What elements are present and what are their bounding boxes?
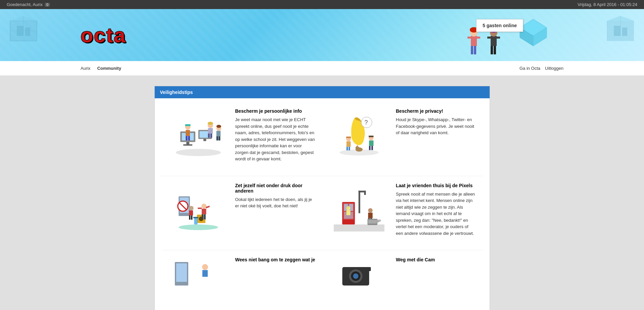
svg-rect-101 bbox=[368, 213, 372, 218]
svg-rect-52 bbox=[216, 136, 218, 141]
svg-rect-8 bbox=[471, 36, 477, 46]
tip3-illustration bbox=[168, 188, 229, 231]
tip1-title: Bescherm je persoonlijke info bbox=[235, 108, 315, 114]
nav-left: Aurix Community bbox=[81, 66, 121, 71]
tip3-image bbox=[161, 179, 235, 240]
svg-rect-79 bbox=[198, 207, 202, 209]
tips-row-1: Bescherm je persoonlijke info Je weet ma… bbox=[161, 105, 483, 166]
tip5-illustration bbox=[329, 254, 389, 297]
tip1-illustration bbox=[168, 113, 229, 157]
tip1-body: Je weet maar nooit met wie je ECHT spree… bbox=[235, 116, 315, 162]
svg-rect-112 bbox=[202, 270, 208, 277]
tip2-image: ? bbox=[322, 105, 396, 166]
nav-ga-in-octa[interactable]: Ga in Octa bbox=[519, 66, 540, 71]
tip-col-left-1: Bescherm je persoonlijke info Je weet ma… bbox=[161, 105, 322, 166]
tip3-body: Ookal lijkt iedereen het te doen, als ji… bbox=[235, 196, 315, 209]
svg-rect-12 bbox=[474, 46, 476, 54]
svg-point-50 bbox=[216, 125, 221, 128]
tip3-text: Zet jezelf niet onder druk door anderen … bbox=[235, 179, 322, 240]
tip2-text: Bescherm je privacy! Houd je Skype-, Wha… bbox=[396, 105, 483, 166]
navigation-bar: Aurix Community Ga in Octa Uitloggen bbox=[0, 61, 644, 76]
svg-rect-78 bbox=[202, 209, 206, 214]
tip2-illustration: ? bbox=[329, 113, 389, 157]
svg-rect-13 bbox=[467, 37, 471, 39]
guests-online-badge: 5 gasten online bbox=[476, 19, 523, 32]
tip1-image bbox=[161, 105, 235, 166]
tip4-text: Laat je vrienden thuis bij de Pixels Spr… bbox=[396, 179, 483, 240]
tip-col-left-2: Zet jezelf niet onder druk door anderen … bbox=[161, 179, 322, 240]
row-divider-2 bbox=[161, 250, 483, 250]
right-decoration bbox=[574, 14, 641, 61]
svg-rect-108 bbox=[334, 224, 384, 231]
svg-rect-86 bbox=[191, 215, 192, 220]
tip5-title: Weg met die Cam bbox=[396, 257, 476, 262]
tip-col-right-3: Weg met die Cam bbox=[322, 254, 483, 297]
svg-marker-69 bbox=[356, 145, 358, 146]
svg-rect-91 bbox=[364, 191, 366, 195]
nav-aurix[interactable]: Aurix bbox=[81, 66, 91, 71]
section-header: Veiligheidstips bbox=[155, 86, 490, 98]
svg-rect-51 bbox=[216, 131, 220, 136]
tip6-image bbox=[161, 254, 235, 297]
svg-rect-11 bbox=[471, 46, 473, 54]
tip-col-right-2: ? bbox=[322, 179, 483, 240]
svg-rect-65 bbox=[369, 146, 370, 150]
svg-rect-81 bbox=[202, 214, 203, 219]
tips-row-3: Wees niet bang om te zeggen wat je bbox=[161, 254, 483, 297]
svg-rect-27 bbox=[614, 26, 621, 36]
content-box: Veiligheidstips bbox=[154, 86, 490, 310]
tip2-body: Houd je Skype-, Whatsapp-, Twitter- en F… bbox=[396, 116, 476, 136]
tip2-title: Bescherm je privacy! bbox=[396, 108, 476, 114]
svg-rect-18 bbox=[491, 46, 493, 54]
notification-badge[interactable]: 0 bbox=[45, 3, 50, 7]
tip4-image: ? bbox=[322, 179, 396, 240]
svg-rect-61 bbox=[348, 147, 350, 151]
svg-rect-34 bbox=[186, 142, 189, 144]
svg-rect-85 bbox=[189, 215, 190, 220]
svg-rect-19 bbox=[494, 46, 496, 54]
tips-row-2: Zet jezelf niet onder druk door anderen … bbox=[161, 179, 483, 240]
svg-text:?: ? bbox=[347, 207, 348, 210]
topbar-datetime: Vrijdag, 8 April 2016 - 01:05:24 bbox=[578, 2, 637, 7]
svg-rect-117 bbox=[362, 267, 371, 271]
svg-point-31 bbox=[176, 149, 220, 156]
svg-rect-110 bbox=[176, 263, 187, 282]
site-logo[interactable]: octa bbox=[81, 23, 126, 47]
svg-rect-98 bbox=[346, 210, 350, 215]
svg-text:?: ? bbox=[364, 119, 368, 126]
svg-point-70 bbox=[179, 224, 218, 230]
svg-rect-82 bbox=[204, 214, 205, 219]
tip6-title: Wees niet bang om te zeggen wat je bbox=[235, 257, 315, 262]
svg-rect-20 bbox=[487, 37, 491, 39]
svg-point-77 bbox=[201, 204, 206, 209]
tip6-illustration bbox=[168, 254, 229, 297]
svg-rect-60 bbox=[346, 147, 348, 151]
tip4-body: Spreek nooit af met mensen die je alleen… bbox=[396, 191, 476, 237]
tip6-text: Wees niet bang om te zeggen wat je bbox=[235, 254, 322, 297]
nav-community[interactable]: Community bbox=[97, 66, 121, 71]
svg-rect-53 bbox=[218, 136, 220, 141]
main-wrapper: Veiligheidstips bbox=[0, 76, 644, 310]
svg-rect-41 bbox=[186, 130, 190, 136]
logo-area: octa bbox=[0, 23, 126, 47]
svg-point-83 bbox=[189, 206, 193, 210]
svg-rect-59 bbox=[346, 142, 351, 147]
svg-point-45 bbox=[207, 122, 213, 125]
nav-uitloggen[interactable]: Uitloggen bbox=[545, 66, 563, 71]
svg-rect-35 bbox=[183, 145, 192, 146]
svg-rect-89 bbox=[358, 191, 360, 213]
tip5-text: Weg met die Cam bbox=[396, 254, 483, 297]
svg-point-116 bbox=[353, 273, 358, 279]
svg-rect-14 bbox=[477, 37, 480, 39]
svg-rect-47 bbox=[208, 134, 209, 138]
tip-col-right-1: ? bbox=[322, 105, 483, 166]
svg-rect-63 bbox=[368, 136, 373, 137]
svg-point-100 bbox=[368, 208, 372, 212]
svg-point-68 bbox=[355, 146, 359, 150]
topbar-greeting-area: Goedenacht, Aurix 0 bbox=[7, 2, 50, 7]
tip4-title: Laat je vrienden thuis bij de Pixels bbox=[396, 183, 476, 188]
nav-right: Ga in Octa Uitloggen bbox=[519, 66, 563, 71]
topbar-greeting: Goedenacht, Aurix bbox=[7, 2, 43, 7]
svg-rect-58 bbox=[346, 137, 351, 138]
svg-rect-43 bbox=[188, 136, 190, 140]
